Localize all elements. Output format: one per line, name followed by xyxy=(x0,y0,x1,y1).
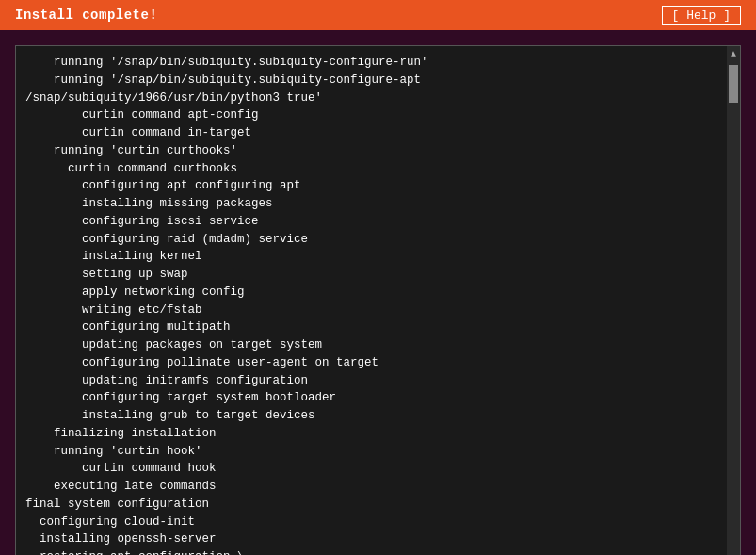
terminal-output: running '/snap/bin/subiquity.subiquity-c… xyxy=(16,46,727,555)
scrollbar-thumb[interactable] xyxy=(729,65,738,103)
top-bar: Install complete! [ Help ] xyxy=(0,0,756,30)
main-content: running '/snap/bin/subiquity.subiquity-c… xyxy=(0,30,756,555)
terminal-box: running '/snap/bin/subiquity.subiquity-c… xyxy=(15,45,741,555)
scroll-up-arrow[interactable]: ▲ xyxy=(731,48,736,61)
install-title: Install complete! xyxy=(15,8,157,23)
help-button[interactable]: [ Help ] xyxy=(662,6,741,25)
scrollbar[interactable]: ▲ xyxy=(727,46,740,555)
